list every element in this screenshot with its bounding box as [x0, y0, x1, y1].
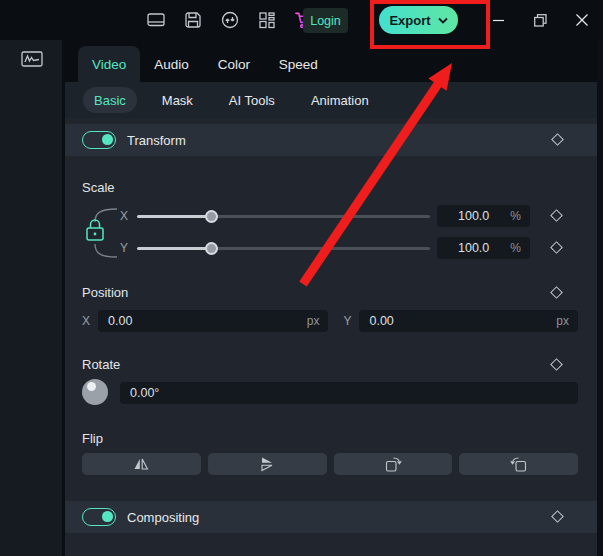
subtab-mask[interactable]: Mask — [151, 87, 204, 113]
position-keyframe-diamond-icon[interactable] — [550, 286, 563, 299]
topbar-icon-group — [146, 0, 314, 40]
scale-y-row: Y 100.0 % — [120, 237, 530, 259]
topbar: Login Export — [0, 0, 603, 40]
scale-y-slider[interactable] — [137, 242, 430, 255]
position-y-value: 0.00 — [359, 314, 556, 328]
position-fields-row: X 0.00 px Y 0.00 px — [82, 310, 578, 332]
scale-x-slider[interactable] — [137, 210, 430, 223]
scale-x-axis-label: X — [120, 209, 137, 223]
cloud-upload-icon[interactable] — [220, 10, 240, 30]
media-waveform-icon[interactable] — [20, 48, 44, 70]
window-controls — [477, 0, 603, 40]
lock-icon[interactable] — [77, 204, 123, 262]
scale-x-keyframe-diamond-icon[interactable] — [550, 209, 563, 222]
tab-video[interactable]: Video — [78, 46, 140, 82]
flip-button-row — [82, 453, 578, 475]
flip-label: Flip — [82, 431, 103, 446]
scale-y-unit: % — [510, 241, 530, 255]
login-button[interactable]: Login — [303, 8, 348, 33]
rotate-clockwise-button[interactable] — [334, 453, 453, 475]
position-x-value: 0.00 — [98, 314, 307, 328]
transform-toggle[interactable] — [82, 131, 116, 149]
flip-horizontal-button[interactable] — [82, 453, 201, 475]
display-icon[interactable] — [146, 10, 166, 30]
transform-section-header: Transform — [65, 124, 597, 156]
flip-vertical-button[interactable] — [208, 453, 327, 475]
scale-x-value: 100.0 — [437, 209, 510, 223]
transform-label: Transform — [127, 133, 186, 148]
grid-layout-icon[interactable] — [257, 10, 277, 30]
transform-keyframe-diamond-icon[interactable] — [551, 133, 564, 146]
slider-track-filled — [137, 215, 212, 218]
scale-y-value-field[interactable]: 100.0 % — [437, 237, 530, 259]
rotate-cw-icon — [384, 456, 402, 473]
position-x-field[interactable]: 0.00 px — [98, 310, 328, 332]
subtab-animation[interactable]: Animation — [300, 87, 380, 113]
scale-x-unit: % — [510, 209, 530, 223]
close-icon[interactable] — [561, 0, 603, 40]
position-y-field[interactable]: 0.00 px — [359, 310, 578, 332]
rotate-keyframe-diamond-icon[interactable] — [550, 358, 563, 371]
left-sidebar — [0, 40, 62, 556]
export-button[interactable]: Export — [379, 6, 458, 34]
scale-y-keyframe-diamond-icon[interactable] — [550, 241, 563, 254]
tab-speed[interactable]: Speed — [265, 46, 332, 82]
scale-label: Scale — [82, 180, 115, 195]
scale-y-slider-handle[interactable] — [205, 242, 218, 255]
app-window: Login Export Video Audio Color — [0, 0, 603, 556]
rotate-value-field[interactable]: 0.00° — [120, 382, 578, 404]
position-x-unit: px — [307, 314, 329, 328]
slider-track-empty — [212, 247, 430, 250]
scale-x-slider-handle[interactable] — [205, 210, 218, 223]
compositing-section-header: Compositing — [65, 501, 597, 533]
compositing-keyframe-diamond-icon[interactable] — [551, 510, 564, 523]
rotate-ccw-icon — [510, 456, 528, 473]
subtab-basic[interactable]: Basic — [83, 87, 137, 113]
position-y-axis-label: Y — [343, 314, 351, 328]
rotate-label: Rotate — [82, 357, 120, 372]
flip-vertical-icon — [259, 456, 275, 472]
tab-color[interactable]: Color — [203, 46, 265, 82]
slider-track-empty — [212, 215, 430, 218]
slider-track-filled — [137, 247, 212, 250]
tab-audio[interactable]: Audio — [140, 46, 203, 82]
export-button-label: Export — [389, 13, 430, 28]
compositing-label: Compositing — [127, 510, 199, 525]
scale-x-value-field[interactable]: 100.0 % — [437, 205, 530, 227]
main-tab-bar: Video Audio Color Speed — [65, 40, 597, 82]
position-y-unit: px — [556, 314, 578, 328]
panel-right-edge — [597, 40, 603, 556]
rotate-value: 0.00° — [120, 386, 578, 400]
rotate-counterclockwise-button[interactable] — [459, 453, 578, 475]
rotate-knob[interactable] — [82, 379, 108, 405]
position-label: Position — [82, 285, 128, 300]
chevron-down-icon — [438, 17, 448, 24]
save-icon[interactable] — [183, 10, 203, 30]
minimize-icon[interactable] — [477, 0, 519, 40]
compositing-toggle[interactable] — [82, 508, 116, 526]
properties-panel: Video Audio Color Speed Basic Mask AI To… — [65, 40, 597, 556]
scale-x-row: X 100.0 % — [120, 205, 530, 227]
restore-icon[interactable] — [519, 0, 561, 40]
scale-y-value: 100.0 — [437, 241, 510, 255]
flip-horizontal-icon — [133, 456, 149, 472]
subtab-ai-tools[interactable]: AI Tools — [218, 87, 286, 113]
sub-tab-bar: Basic Mask AI Tools Animation — [65, 82, 597, 118]
position-x-axis-label: X — [82, 314, 90, 328]
scale-y-axis-label: Y — [120, 241, 137, 255]
